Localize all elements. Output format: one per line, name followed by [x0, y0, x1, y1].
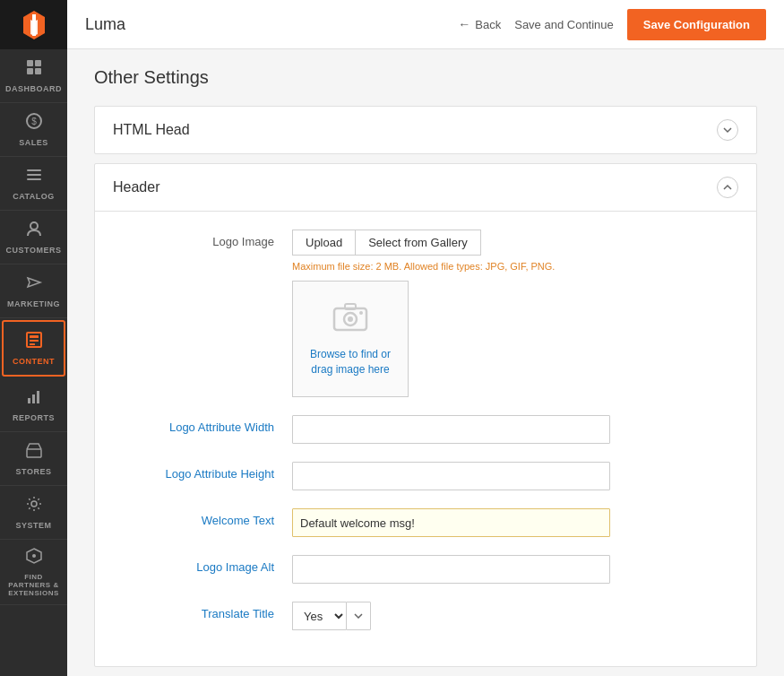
back-button[interactable]: ← Back — [458, 17, 501, 31]
back-arrow-icon: ← — [458, 17, 470, 31]
header-section-title: Header — [113, 179, 159, 195]
svg-rect-17 — [30, 343, 35, 345]
sidebar-item-customers[interactable]: CUSTOMERS — [0, 211, 67, 264]
logo-width-row: Logo Attribute Width — [113, 415, 738, 444]
svg-rect-2 — [32, 14, 36, 36]
sidebar-item-extensions[interactable]: FIND PARTNERS & EXTENSIONS — [0, 540, 67, 605]
translate-title-select[interactable]: Yes No — [292, 602, 346, 630]
welcome-text-label: Welcome Text — [113, 508, 292, 527]
svg-rect-4 — [35, 60, 41, 66]
sidebar-item-marketing[interactable]: MARKETING — [0, 264, 67, 318]
sidebar-item-catalog[interactable]: CATALOG — [0, 157, 67, 211]
svg-rect-6 — [35, 68, 41, 74]
header-section-body: Logo Image Upload Select from Gallery Ma… — [95, 212, 756, 666]
logo-image-label: Logo Image — [113, 230, 292, 248]
camera-icon — [332, 301, 368, 340]
system-icon — [25, 495, 43, 517]
sidebar-item-stores[interactable]: STORES — [0, 432, 67, 486]
sidebar-logo — [0, 0, 67, 49]
welcome-text-control — [292, 508, 738, 537]
header-toggle-icon[interactable] — [717, 177, 738, 198]
html-head-section: HTML Head — [94, 106, 757, 154]
logo-height-row: Logo Attribute Height — [113, 462, 738, 490]
sidebar: DASHBOARD $ SALES CATALOG CUSTOME — [0, 0, 67, 676]
upload-button[interactable]: Upload — [292, 230, 356, 256]
dashboard-icon — [25, 58, 43, 81]
svg-point-29 — [359, 311, 363, 315]
topbar: Luma ← Back Save and Continue Save Confi… — [67, 0, 784, 49]
sidebar-item-sales[interactable]: $ SALES — [0, 103, 67, 157]
svg-text:$: $ — [31, 117, 37, 126]
image-drop-zone[interactable]: Browse to find ordrag image here — [292, 281, 409, 397]
logo-image-controls: Upload Select from Gallery Maximum file … — [292, 230, 738, 397]
sidebar-item-system[interactable]: SYSTEM — [0, 486, 67, 540]
translate-title-row: Translate Title Yes No — [113, 602, 738, 630]
translate-title-select-arrow[interactable] — [346, 602, 371, 630]
svg-rect-9 — [27, 169, 41, 171]
logo-alt-input[interactable] — [292, 555, 610, 584]
svg-marker-13 — [28, 278, 40, 287]
logo-height-input[interactable] — [292, 462, 610, 490]
back-label: Back — [475, 18, 501, 31]
catalog-icon — [25, 166, 43, 188]
sidebar-item-label-reports: REPORTS — [13, 413, 55, 422]
save-configuration-button[interactable]: Save Configuration — [627, 9, 766, 40]
topbar-actions: ← Back Save and Continue Save Configurat… — [458, 9, 766, 40]
logo-height-label: Logo Attribute Height — [113, 462, 292, 481]
save-continue-button[interactable]: Save and Continue — [514, 18, 614, 31]
main-content: Luma ← Back Save and Continue Save Confi… — [67, 0, 784, 676]
customers-icon — [25, 220, 43, 242]
sidebar-item-reports[interactable]: REPORTS — [0, 378, 67, 432]
upload-buttons-group: Upload Select from Gallery — [292, 230, 738, 256]
file-hint-text: Maximum file size: 2 MB. Allowed file ty… — [292, 261, 738, 272]
magento-logo-icon — [18, 9, 50, 41]
svg-rect-18 — [28, 398, 30, 403]
sales-icon: $ — [25, 112, 43, 134]
sidebar-item-label-dashboard: DASHBOARD — [5, 84, 62, 93]
logo-alt-row: Logo Image Alt — [113, 555, 738, 584]
svg-rect-5 — [27, 68, 33, 74]
sidebar-item-dashboard[interactable]: DASHBOARD — [0, 49, 67, 103]
svg-rect-15 — [30, 335, 39, 338]
drop-zone-text: Browse to find ordrag image here — [310, 347, 391, 377]
html-head-header[interactable]: HTML Head — [95, 107, 756, 153]
logo-width-control — [292, 415, 738, 444]
sidebar-item-content[interactable]: CONTENT — [2, 320, 65, 377]
logo-image-row: Logo Image Upload Select from Gallery Ma… — [113, 230, 738, 397]
html-head-title: HTML Head — [113, 122, 190, 138]
svg-rect-21 — [27, 449, 41, 457]
topbar-title: Luma — [85, 15, 458, 34]
stores-icon — [25, 441, 43, 464]
welcome-text-input[interactable] — [292, 508, 610, 537]
svg-point-24 — [32, 554, 36, 558]
svg-rect-11 — [27, 178, 41, 180]
logo-width-label: Logo Attribute Width — [113, 415, 292, 434]
header-section-header[interactable]: Header — [95, 164, 756, 212]
sidebar-item-label-content: CONTENT — [13, 357, 55, 366]
select-from-gallery-button[interactable]: Select from Gallery — [356, 230, 481, 256]
svg-point-27 — [348, 316, 353, 322]
content-icon — [25, 331, 43, 353]
svg-point-12 — [30, 222, 38, 230]
svg-rect-3 — [27, 60, 33, 66]
logo-width-input[interactable] — [292, 415, 610, 444]
extensions-icon — [25, 547, 43, 569]
translate-title-label: Translate Title — [113, 602, 292, 620]
reports-icon — [25, 387, 43, 410]
sidebar-item-label-extensions: FIND PARTNERS & EXTENSIONS — [4, 573, 63, 597]
marketing-icon — [25, 273, 43, 296]
svg-point-22 — [31, 501, 37, 507]
html-head-toggle-icon[interactable] — [717, 119, 738, 141]
sidebar-item-label-catalog: CATALOG — [13, 192, 55, 201]
translate-title-control: Yes No — [292, 602, 738, 630]
svg-rect-28 — [345, 304, 356, 309]
svg-rect-20 — [37, 391, 39, 403]
page-title: Other Settings — [94, 67, 757, 88]
sidebar-item-label-stores: STORES — [16, 467, 52, 476]
sidebar-item-label-marketing: MARKETING — [7, 299, 60, 308]
header-section: Header Logo Image Upload Select from Gal… — [94, 163, 757, 667]
logo-alt-label: Logo Image Alt — [113, 555, 292, 574]
svg-rect-16 — [30, 340, 39, 342]
sidebar-item-label-system: SYSTEM — [15, 521, 51, 530]
sidebar-item-label-customers: CUSTOMERS — [6, 246, 62, 255]
